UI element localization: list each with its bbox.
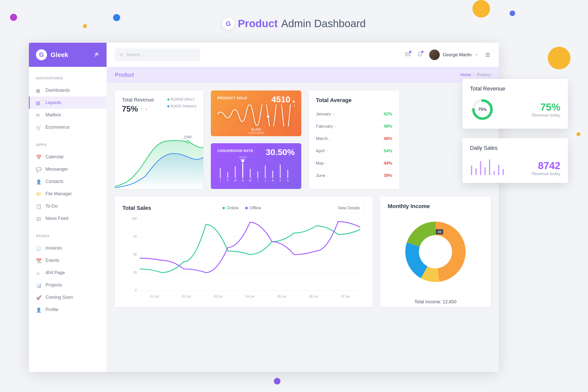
breadcrumb-home[interactable]: Home <box>460 73 471 77</box>
monthly-income-donut <box>398 214 473 289</box>
svg-rect-20 <box>265 165 266 178</box>
contacts-icon: 👤 <box>36 179 41 184</box>
events-icon: 📆 <box>36 258 41 263</box>
tools-icon[interactable] <box>94 52 100 58</box>
svg-rect-24 <box>280 165 281 178</box>
svg-text:(April): (April) <box>240 158 246 160</box>
menu-button[interactable] <box>485 52 491 58</box>
total-sales-card: Total Sales Online Offline View Details … <box>115 197 373 307</box>
svg-text:04 Jul: 04 Jul <box>246 295 254 298</box>
sidebar-header: G Gleek <box>29 43 107 67</box>
content: Total Revenue 75% ↑↓ $10000 (Rev.) $1625… <box>107 83 499 372</box>
sidebar-item-dashboards[interactable]: ▦Dashboards <box>29 84 107 96</box>
sidebar-item-layouts[interactable]: ▤Layouts <box>29 96 107 109</box>
card-title: Total Revenue <box>122 97 154 103</box>
sidebar-item-calendar[interactable]: 📅Calendar <box>29 151 107 163</box>
notification-dot <box>409 51 411 53</box>
conversion-rate-card: CONVERSION RATE 30.50% JFM14.2%(April)AM… <box>211 143 301 189</box>
average-row: June↓39% <box>316 170 392 182</box>
svg-text:1540: 1540 <box>184 135 191 139</box>
sidebar-item-label: Projects <box>45 282 62 288</box>
tooltip: $1450 (10/07/2018) <box>217 127 295 135</box>
search-input[interactable] <box>126 52 196 57</box>
chevron-down-icon <box>475 53 478 57</box>
sidebar-item-404[interactable]: ⚠404 Page <box>29 267 107 279</box>
svg-rect-22 <box>272 170 273 178</box>
average-row: Fabruary↑48% <box>316 120 392 133</box>
legend: Online Offline <box>222 206 261 210</box>
svg-text:03 Jul: 03 Jul <box>214 295 222 298</box>
svg-rect-55 <box>503 169 504 175</box>
sidebar-item-invoices[interactable]: 🧾Invoices <box>29 242 107 254</box>
notifications-button[interactable] <box>417 52 423 58</box>
daily-sub: Revenue today <box>532 171 560 176</box>
sidebar-section-title: APPS <box>29 140 107 151</box>
svg-text:75%: 75% <box>478 107 487 112</box>
product-sold-value: 4510 ▴ <box>271 94 295 104</box>
svg-text:J: J <box>220 179 221 182</box>
sidebar-item-coming-soon[interactable]: 🚀Coming Soon <box>29 291 107 304</box>
svg-text:A: A <box>242 179 244 182</box>
svg-rect-52 <box>489 159 490 175</box>
sidebar-item-todo[interactable]: 📋To-Do <box>29 200 107 212</box>
average-row: April↑54% <box>316 145 392 157</box>
sidebar-section-pages: PAGES 🧾Invoices 📆Events ⚠404 Page 📊Proje… <box>29 225 107 316</box>
breadcrumb-bar: Product Home - Product <box>107 67 499 83</box>
float-daily-sales-card: Daily Sales 8742 Revenue today <box>462 138 568 183</box>
brand-name: Gleek <box>51 51 68 59</box>
sidebar-item-label: Coming Soon <box>45 295 73 300</box>
svg-rect-18 <box>257 171 258 178</box>
logo-icon: G <box>222 18 234 30</box>
sidebar-item-ecommerce[interactable]: 🛒Ecommerce <box>29 121 107 133</box>
sidebar-item-events[interactable]: 📆Events <box>29 254 107 267</box>
card-title: Total Revenue <box>470 85 560 92</box>
search-icon <box>119 53 123 57</box>
sidebar-item-mailbox[interactable]: ✉Mailbox <box>29 109 107 121</box>
decor-dot <box>113 14 120 21</box>
folder-icon: 📁 <box>36 191 41 197</box>
total-revenue-card: Total Revenue 75% ↑↓ $10000 (Rev.) $1625… <box>115 90 203 189</box>
caret-up-icon: ▴ <box>293 99 295 103</box>
product-sold-card: PRODUCT SOLD 4510 ▴ $1450 (10/07/2018) <box>211 90 301 136</box>
svg-rect-16 <box>250 169 251 178</box>
breadcrumb-current: Product <box>477 73 491 77</box>
revenue-percent: 75% ↑↓ <box>122 104 154 114</box>
sidebar-item-file-manager[interactable]: 📁File Manager <box>29 188 107 200</box>
brand[interactable]: G Gleek <box>36 49 68 60</box>
sidebar-item-label: Calendar <box>45 154 64 160</box>
cart-icon: 🛒 <box>36 125 41 130</box>
topbar: George Martin <box>107 43 499 67</box>
average-row: March↓48% <box>316 133 392 145</box>
sidebar-item-projects[interactable]: 📊Projects <box>29 279 107 291</box>
user-menu[interactable]: George Martin <box>429 50 478 60</box>
sidebar-section-title: PAGES <box>29 231 107 242</box>
svg-text:01 Jul: 01 Jul <box>150 295 159 298</box>
arrow-down-icon: ↓ <box>145 106 148 112</box>
svg-rect-50 <box>480 161 481 175</box>
view-details-button[interactable]: View Details <box>332 203 365 213</box>
svg-text:M: M <box>234 179 236 182</box>
breadcrumb-path: Home - Product <box>460 73 491 77</box>
sidebar-item-label: File Manager <box>45 191 72 197</box>
sidebar-item-label: Events <box>45 258 59 263</box>
sidebar-item-label: 404 Page <box>45 270 65 275</box>
sidebar-item-news-feed[interactable]: 📰News Feed <box>29 212 107 225</box>
average-row: May↓44% <box>316 157 392 170</box>
sidebar-item-contacts[interactable]: 👤Contacts <box>29 175 107 188</box>
sidebar-item-profile[interactable]: 👤Profile <box>29 304 107 316</box>
svg-rect-48 <box>471 166 472 175</box>
user-name: George Martin <box>443 52 472 58</box>
search-box[interactable] <box>115 48 200 61</box>
arrow-up-icon: ↑ <box>140 106 143 112</box>
card-title: Monthly Income <box>388 203 483 210</box>
sidebar-item-messanger[interactable]: 💬Messanger <box>29 163 107 175</box>
svg-text:05 Jul: 05 Jul <box>277 295 286 298</box>
svg-point-4 <box>267 115 269 118</box>
donut-badge: 48 <box>436 229 443 234</box>
daily-big: 8742 <box>532 160 560 171</box>
grid-icon: ▦ <box>36 88 41 93</box>
mail-button[interactable] <box>405 52 411 58</box>
sidebar-item-label: Invoices <box>45 246 62 251</box>
svg-point-0 <box>120 54 122 56</box>
sidebar-item-label: Dashboards <box>45 88 70 93</box>
